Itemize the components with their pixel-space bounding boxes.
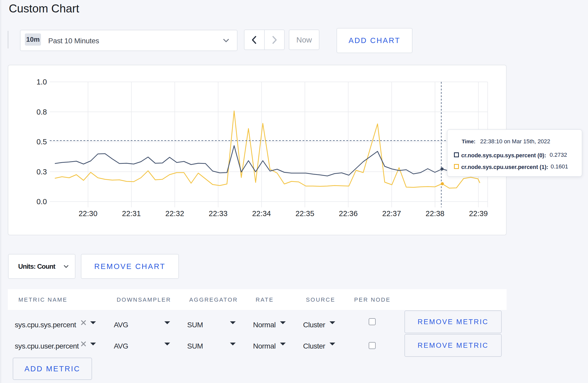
- svg-text:1.0: 1.0: [37, 78, 47, 86]
- svg-text:22:31: 22:31: [122, 209, 141, 218]
- svg-text:0.0: 0.0: [37, 197, 47, 206]
- svg-text:0.5: 0.5: [37, 138, 47, 146]
- svg-text:22:34: 22:34: [252, 209, 271, 218]
- svg-text:22:33: 22:33: [209, 209, 228, 218]
- svg-text:22:39: 22:39: [469, 209, 488, 218]
- svg-text:22:35: 22:35: [296, 209, 314, 218]
- svg-text:22:30: 22:30: [79, 209, 97, 218]
- svg-text:22:38: 22:38: [426, 209, 445, 218]
- svg-text:0.8: 0.8: [37, 108, 47, 116]
- svg-text:22:32: 22:32: [165, 209, 184, 218]
- svg-text:22:37: 22:37: [382, 209, 401, 218]
- svg-text:0.3: 0.3: [37, 168, 47, 176]
- svg-text:22:36: 22:36: [339, 209, 358, 218]
